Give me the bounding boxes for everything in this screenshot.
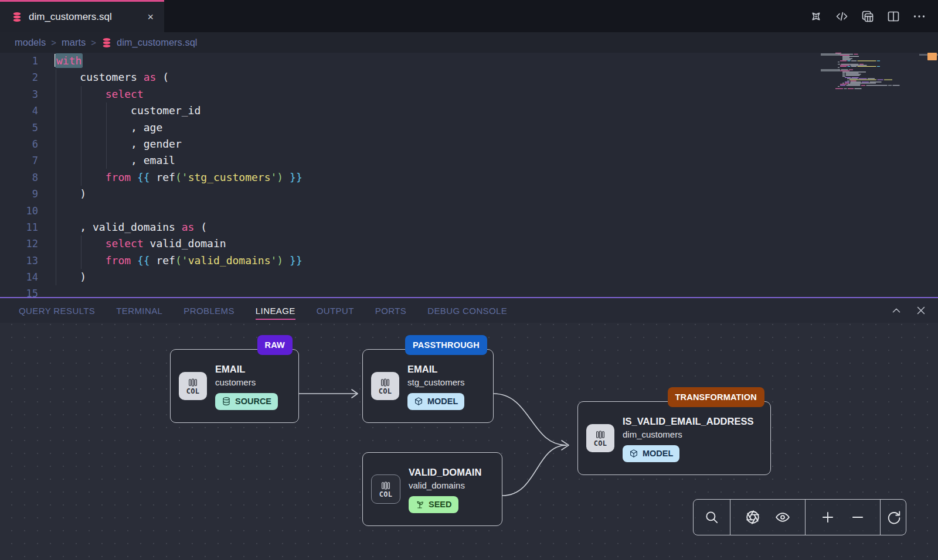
line-number: 5 [0, 119, 38, 136]
zoom-in-icon[interactable] [820, 510, 835, 525]
search-icon[interactable] [704, 510, 719, 525]
breadcrumb-separator: > [91, 37, 96, 47]
cube-icon [414, 397, 423, 406]
dbt-extension-icon[interactable] [809, 9, 823, 23]
columns-icon [187, 377, 199, 388]
table-name: customers [215, 376, 278, 389]
line-number: 14 [0, 269, 38, 285]
database-file-icon [101, 37, 112, 48]
collapse-panel-icon[interactable] [890, 304, 903, 317]
columns-icon [594, 429, 606, 440]
code-line: 3 select [0, 86, 938, 103]
breadcrumb-folder[interactable]: marts [62, 37, 86, 48]
text-cursor [55, 54, 56, 67]
breadcrumb-file[interactable]: dim_customers.sql [101, 37, 198, 48]
line-number: 9 [0, 186, 38, 202]
tab-close-icon[interactable]: × [145, 11, 156, 23]
more-actions-icon[interactable] [912, 9, 926, 23]
minimap-highlight [821, 53, 840, 56]
lineage-canvas[interactable]: COL EMAIL customers SOURCE RAW COL EMAIL… [0, 323, 938, 560]
duplicate-table-icon[interactable] [861, 9, 875, 23]
line-number: 15 [0, 285, 38, 297]
code-line: 8 from {{ ref('stg_customers') }} [0, 169, 938, 186]
eye-icon[interactable] [775, 510, 790, 525]
panel-tab-problems[interactable]: PROBLEMS [183, 298, 235, 323]
panel-tab-debug-console[interactable]: DEBUG CONSOLE [427, 298, 507, 323]
editor-tabbar: dim_customers.sql × [0, 0, 938, 32]
indent-guide [106, 103, 107, 169]
tab-label: dim_customers.sql [29, 11, 138, 23]
table-name: dim_customers [623, 428, 753, 441]
table-name: stg_customers [407, 376, 465, 389]
code-line: 10 [0, 203, 938, 219]
cube-icon [629, 449, 638, 458]
app-window: dim_customers.sql × models>marts>dim_cus… [0, 0, 938, 560]
lineage-node-dim_customers[interactable]: COL IS_VALID_EMAIL_ADDRESS dim_customers… [577, 401, 771, 475]
database-icon [222, 397, 231, 406]
category-tag-passthrough: PASSTHROUGH [405, 335, 487, 355]
lineage-node-valid_domains[interactable]: COL VALID_DOMAIN valid_domains SEED [362, 452, 502, 526]
line-number: 4 [0, 103, 38, 119]
toolbar-group [730, 500, 806, 535]
panel-tab-terminal[interactable]: TERMINAL [116, 298, 162, 323]
panel-tab-lineage[interactable]: LINEAGE [256, 298, 295, 323]
panel-tabbar: QUERY RESULTSTERMINALPROBLEMSLINEAGEOUTP… [0, 298, 938, 323]
lineage-toolbar [693, 499, 906, 535]
zoom-out-icon[interactable] [850, 510, 865, 525]
code-line: 2 customers as ( [0, 69, 938, 86]
panel-tab-query-results[interactable]: QUERY RESULTS [19, 298, 95, 323]
resource-type-badge: SOURCE [215, 393, 278, 410]
toolbar-group [694, 500, 730, 535]
column-name: EMAIL [407, 363, 465, 376]
toolbar-group [806, 500, 881, 535]
panel-actions [890, 304, 927, 317]
close-panel-icon[interactable] [915, 304, 927, 317]
panel-tab-ports[interactable]: PORTS [375, 298, 406, 323]
resource-type-badge: MODEL [407, 393, 464, 410]
overview-ruler-marker[interactable] [927, 53, 937, 60]
resource-type-badge: SEED [409, 496, 458, 513]
code-line: 15 [0, 285, 938, 297]
breadcrumb-folder[interactable]: models [15, 37, 46, 48]
code-line: 12 select valid_domain [0, 235, 938, 252]
code-line: 1with [0, 53, 938, 69]
code-line: 4 customer_id [0, 103, 938, 119]
line-number: 1 [0, 53, 38, 69]
indent-guide [56, 69, 56, 285]
category-tag-raw: RAW [257, 335, 293, 355]
minimap[interactable] [835, 53, 903, 102]
line-number: 12 [0, 235, 38, 252]
column-name: IS_VALID_EMAIL_ADDRESS [623, 415, 753, 428]
lineage-node-customers[interactable]: COL EMAIL customers SOURCE RAW [170, 349, 299, 423]
category-tag-transformation: TRANSFORMATION [668, 387, 764, 407]
column-name: VALID_DOMAIN [409, 466, 481, 479]
line-number: 2 [0, 69, 38, 86]
column-chip: COL [586, 424, 614, 452]
resource-type-badge: MODEL [623, 445, 679, 462]
line-number: 6 [0, 136, 38, 152]
code-icon[interactable] [835, 9, 849, 23]
aperture-icon[interactable] [745, 510, 760, 525]
code-line: 13 from {{ ref('valid_domains') }} [0, 252, 938, 269]
seedling-icon [415, 500, 424, 509]
panel-tab-output[interactable]: OUTPUT [317, 298, 354, 323]
tab-dim-customers[interactable]: dim_customers.sql × [0, 0, 164, 32]
table-name: valid_domains [409, 479, 481, 492]
column-chip: COL [371, 474, 400, 504]
refresh-icon[interactable] [886, 510, 901, 525]
columns-icon [380, 480, 392, 491]
code-line: 9 ) [0, 186, 938, 202]
lineage-node-stg_customers[interactable]: COL EMAIL stg_customers MODEL PASSTHROUG… [362, 349, 494, 423]
line-number: 8 [0, 169, 38, 186]
code-editor[interactable]: 1with2 customers as (3 select4 customer_… [0, 53, 938, 297]
column-name: EMAIL [215, 363, 278, 376]
tabbar-actions [809, 0, 938, 32]
line-number: 7 [0, 152, 38, 169]
database-file-icon [12, 12, 22, 22]
minimap-highlight [821, 69, 840, 71]
column-chip: COL [371, 372, 399, 400]
breadcrumb: models>marts>dim_customers.sql [0, 32, 938, 53]
indent-guide [81, 86, 81, 186]
columns-icon [379, 377, 391, 388]
split-editor-icon[interactable] [886, 9, 900, 23]
